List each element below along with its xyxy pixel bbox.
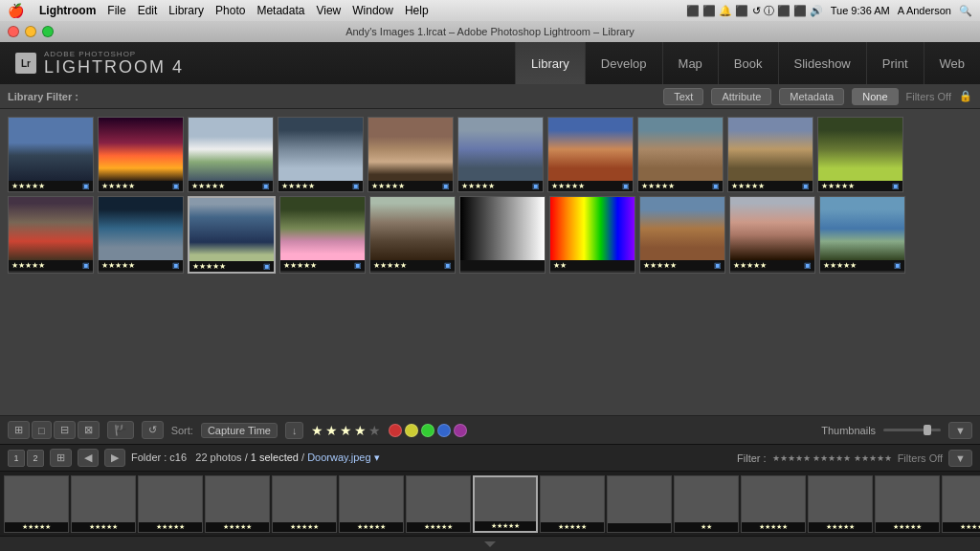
filter-metadata-btn[interactable]: Metadata	[779, 88, 844, 105]
prev-btn[interactable]: ◀	[78, 449, 99, 467]
close-button[interactable]	[8, 26, 19, 37]
tab-develop[interactable]: Develop	[585, 42, 662, 84]
fs-thumb-gradient[interactable]	[607, 475, 672, 533]
tab-book[interactable]: Book	[718, 42, 778, 84]
fs-thumb-mountain[interactable]: ★★★★★	[4, 475, 69, 533]
apple-menu[interactable]: 🍎	[8, 3, 24, 18]
filmstrip-panel-btn[interactable]: ▼	[948, 450, 972, 467]
photo-cell-1-9[interactable]: ★★★★★ ▣	[727, 117, 813, 192]
photo-cell-1-6[interactable]: ★★★★★ ▣	[457, 117, 544, 192]
photo-cell-2-9[interactable]: ★★★★★ ▣	[729, 196, 815, 274]
photo-cell-1-10[interactable]: ★★★★★ ▣	[817, 117, 903, 192]
fs-thumb-sunset[interactable]: ★★★★★	[71, 475, 136, 533]
menu-metadata[interactable]: Metadata	[256, 4, 304, 17]
star-4[interactable]: ★	[354, 423, 367, 438]
color-yellow[interactable]	[405, 424, 418, 437]
next-btn[interactable]: ▶	[104, 449, 125, 467]
star-rating-filter[interactable]: ★ ★ ★ ★ ★	[311, 423, 381, 438]
grid-view-btn[interactable]: ⊞	[8, 421, 30, 439]
star-bar: ★★★★★ ▣	[548, 181, 633, 191]
color-blue[interactable]	[437, 424, 451, 437]
menu-library[interactable]: Library	[168, 4, 204, 17]
photo-cell-2-4[interactable]: ★★★★★ ▣	[279, 196, 366, 274]
filter-attribute-btn[interactable]: Attribute	[711, 88, 771, 105]
photo-cell-1-5[interactable]: ★★★★★ ▣	[368, 117, 454, 192]
thumbnail-flowers-red	[9, 197, 93, 260]
photo-cell-2-3-selected[interactable]: ★★★★★ ▣	[188, 196, 276, 274]
minimize-button[interactable]	[25, 26, 36, 37]
grid-small-btn[interactable]: ⊞	[50, 449, 72, 467]
color-purple[interactable]	[454, 424, 467, 437]
photo-cell-2-8[interactable]: ★★★★★ ▣	[639, 196, 725, 274]
menu-lightroom[interactable]: Lightroom	[39, 4, 96, 17]
loupe-view-btn[interactable]: □	[32, 421, 52, 439]
photo-cell-1-1[interactable]: ★★★★★ ▣	[8, 117, 94, 192]
lr-badge: Lr	[15, 53, 36, 74]
rotate-btn[interactable]: ↺	[142, 421, 164, 439]
menu-edit[interactable]: Edit	[138, 4, 158, 17]
maximize-button[interactable]	[42, 26, 54, 37]
fs-thumb-extra[interactable]: ★★★★★	[942, 475, 980, 533]
photo-cell-1-8[interactable]: ★★★★★ ▣	[637, 117, 724, 192]
file-name[interactable]: Doorway.jpeg ▾	[307, 452, 380, 463]
fs-thumb-woman[interactable]: ★★★★★	[808, 475, 873, 533]
star-1[interactable]: ★	[311, 423, 323, 438]
photo-cell-1-2[interactable]: ★★★★★ ▣	[98, 117, 184, 192]
page-1-btn[interactable]: 1	[8, 450, 25, 467]
fs-thumb-person[interactable]: ★★★★★	[339, 475, 404, 533]
flag-btn[interactable]: 🏴	[107, 421, 134, 439]
fs-thumb-canyon[interactable]: ★★★★★	[741, 475, 806, 533]
fs-thumb-arch[interactable]: ★★★★★	[875, 475, 940, 533]
photo-cell-2-7[interactable]: ★★	[549, 196, 635, 274]
star-5[interactable]: ★	[368, 423, 381, 438]
star-3[interactable]: ★	[340, 423, 352, 438]
survey-view-btn[interactable]: ⊠	[78, 421, 100, 439]
fs-thumb-storm[interactable]: ★★★★★	[205, 475, 270, 533]
sort-direction-btn[interactable]: ↓	[285, 422, 304, 439]
thumbnail-size-slider[interactable]	[883, 429, 941, 431]
thumbnail-crowd	[368, 118, 453, 181]
status-bar	[0, 536, 980, 551]
fs-thumb-door-selected[interactable]: ★★★★★	[473, 475, 538, 533]
fs-thumb-portrait-man[interactable]: ★★★★★	[540, 475, 605, 533]
fs-thumb-red-rocks[interactable]: ★★★★★	[406, 475, 471, 533]
photo-cell-1-7[interactable]: ★★★★★ ▣	[547, 117, 634, 192]
page-2-btn[interactable]: 2	[27, 450, 44, 467]
photo-cell-2-6[interactable]	[459, 196, 546, 274]
fs-thumb-snow[interactable]: ★★★★★	[138, 475, 203, 533]
photo-cell-1-3[interactable]: ★★★★★ ▣	[188, 117, 274, 192]
tab-slideshow[interactable]: Slideshow	[778, 42, 866, 84]
menu-window[interactable]: Window	[352, 4, 393, 17]
slider-handle[interactable]	[924, 425, 931, 435]
menu-view[interactable]: View	[316, 4, 341, 17]
tab-print[interactable]: Print	[866, 42, 924, 84]
filter-lock-icon[interactable]: 🔒	[959, 90, 972, 102]
color-green[interactable]	[421, 424, 434, 437]
main-photo-area: ★★★★★ ▣ ★★★★★ ▣ ★★★★★ ▣	[0, 109, 980, 415]
color-red[interactable]	[389, 424, 402, 437]
panel-toggle-btn[interactable]: ▼	[948, 422, 972, 439]
tab-library[interactable]: Library	[515, 42, 585, 84]
photo-cell-2-1[interactable]: ★★★★★ ▣	[8, 196, 94, 274]
menu-help[interactable]: Help	[405, 4, 429, 17]
app-title-text: ADOBE PHOTOSHOP LIGHTROOM 4	[44, 51, 184, 76]
photo-cell-2-2[interactable]: ★★★★★ ▣	[98, 196, 184, 274]
filter-text-btn[interactable]: Text	[663, 88, 703, 105]
fs-thumb-rainbow[interactable]: ★★	[674, 475, 739, 533]
filter-none-btn[interactable]: None	[852, 88, 898, 105]
photo-cell-1-4[interactable]: ★★★★★ ▣	[278, 117, 364, 192]
photo-cell-2-5[interactable]: ★★★★★ ▣	[369, 196, 456, 274]
compare-view-btn[interactable]: ⊟	[54, 421, 76, 439]
star-bar: ★★★★★ ▣	[458, 181, 543, 191]
thumbnail-portrait-woman	[730, 197, 814, 260]
menu-file[interactable]: File	[107, 4, 125, 17]
tab-map[interactable]: Map	[662, 42, 718, 84]
star-2[interactable]: ★	[325, 423, 338, 438]
photo-cell-2-10[interactable]: ★★★★★ ▣	[819, 196, 905, 274]
fs-thumb-crowd[interactable]: ★★★★★	[272, 475, 337, 533]
search-icon[interactable]: 🔍	[959, 5, 972, 17]
badge-icon: ▣	[802, 182, 810, 190]
tab-web[interactable]: Web	[924, 42, 981, 84]
sort-value[interactable]: Capture Time	[201, 423, 278, 438]
menu-photo[interactable]: Photo	[215, 4, 245, 17]
